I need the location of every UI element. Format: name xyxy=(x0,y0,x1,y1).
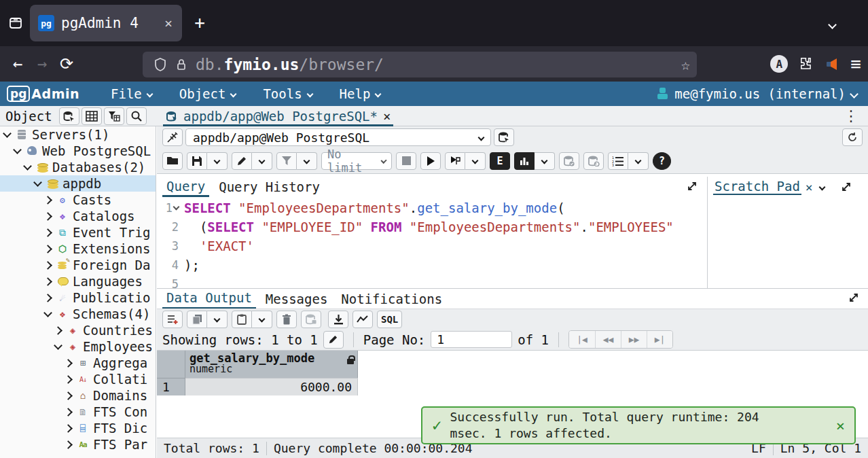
open-file-icon[interactable] xyxy=(162,152,183,170)
expand-chevron-icon[interactable] xyxy=(64,359,73,368)
connection-select[interactable]: appdb/app@Web PostgreSQL xyxy=(185,128,491,146)
sql-line-3[interactable]: 3 'EXACT' xyxy=(157,236,707,256)
url-bar[interactable]: db.fymio.us/browser/ ☆ xyxy=(143,52,697,77)
help-button[interactable]: ? xyxy=(653,152,671,170)
collapse-chevron-icon[interactable] xyxy=(23,162,32,171)
fold-chevron-icon[interactable] xyxy=(173,204,180,211)
view-data-table-icon[interactable] xyxy=(82,107,102,125)
toast-close-icon[interactable]: × xyxy=(836,417,845,434)
scratch-pad-chevron-icon[interactable] xyxy=(818,183,825,190)
connection-plug-icon[interactable] xyxy=(162,128,183,146)
delete-row-trash-icon[interactable] xyxy=(276,311,297,328)
scratch-pad-close-icon[interactable]: × xyxy=(806,180,813,194)
expand-chevron-icon[interactable] xyxy=(64,440,73,449)
bookmark-star-icon[interactable]: ☆ xyxy=(681,56,690,73)
expand-scratch-pad-icon[interactable] xyxy=(841,181,852,192)
more-options-kebab-icon[interactable]: ⋮ xyxy=(844,107,858,124)
tab-query-history[interactable]: Query History xyxy=(215,177,324,197)
megaphone-extension-icon[interactable] xyxy=(825,56,839,71)
edit-pencil-icon[interactable] xyxy=(232,152,252,170)
firefox-view-icon[interactable] xyxy=(5,13,26,33)
scratch-pad-tab[interactable]: Scratch Pad xyxy=(713,179,801,195)
commit-icon[interactable] xyxy=(559,152,579,170)
tree-item-countries[interactable]: Countries xyxy=(0,322,156,338)
execute-options-icon[interactable] xyxy=(445,152,465,170)
reload-button[interactable]: ⟳ xyxy=(54,54,79,73)
expand-chevron-icon[interactable] xyxy=(43,212,52,221)
filter-dropdown-chevron[interactable] xyxy=(297,152,317,170)
expand-query-panel-icon[interactable] xyxy=(687,181,698,192)
tab-messages[interactable]: Messages xyxy=(261,289,332,309)
scratch-pad-textarea[interactable] xyxy=(708,197,868,287)
paste-dropdown-chevron[interactable] xyxy=(252,311,272,328)
paste-icon[interactable] xyxy=(232,311,252,328)
tree-item-collati[interactable]: Collati xyxy=(0,371,156,387)
macros-dropdown-chevron[interactable] xyxy=(628,152,649,170)
expand-chevron-icon[interactable] xyxy=(43,261,52,270)
tab-notifications[interactable]: Notifications xyxy=(337,289,446,309)
tree-item-languages[interactable]: Languages xyxy=(0,273,156,289)
execute-dropdown-chevron[interactable] xyxy=(465,152,486,170)
value-cell[interactable]: 6000.00 xyxy=(185,378,358,395)
tree-item-servers-1-[interactable]: Servers(1) xyxy=(0,126,156,143)
sql-line-1[interactable]: 1SELECT "EmployeesDepartments".get_salar… xyxy=(157,198,707,217)
forward-button[interactable]: → xyxy=(30,54,54,73)
tree-item-fts-par[interactable]: FTS Par xyxy=(0,436,156,453)
tree-item-catalogs[interactable]: Catalogs xyxy=(0,208,156,224)
expand-chevron-icon[interactable] xyxy=(54,326,62,335)
tree-item-extensions[interactable]: Extensions xyxy=(0,241,156,257)
explain-button[interactable]: E xyxy=(490,152,510,170)
grid-column-header[interactable]: get_salary_by_mode numeric xyxy=(185,351,358,378)
menu-tools[interactable]: Tools xyxy=(249,82,325,106)
expand-chevron-icon[interactable] xyxy=(64,408,73,417)
tree-item-event-trig[interactable]: Event Trig xyxy=(0,224,156,241)
tree-item-appdb[interactable]: appdb xyxy=(0,175,156,192)
stop-button[interactable] xyxy=(396,152,416,170)
sql-editor[interactable]: 1SELECT "EmployeesDepartments".get_salar… xyxy=(157,198,707,288)
tree-item-casts[interactable]: Casts xyxy=(0,192,156,208)
row-number-cell[interactable]: 1 xyxy=(157,378,185,395)
save-data-changes-icon[interactable] xyxy=(301,311,321,328)
rollback-icon[interactable] xyxy=(583,152,604,170)
graph-visualiser-icon[interactable] xyxy=(352,311,373,328)
menu-file[interactable]: File xyxy=(97,82,166,106)
tree-item-schemas-4-[interactable]: Schemas(4) xyxy=(0,306,156,322)
tree-item-fts-dic[interactable]: FTS Dic xyxy=(0,420,156,436)
expand-chevron-icon[interactable] xyxy=(64,424,73,433)
expand-chevron-icon[interactable] xyxy=(43,294,52,302)
collapse-chevron-icon[interactable] xyxy=(43,309,52,317)
add-row-icon[interactable] xyxy=(162,311,183,328)
account-icon[interactable]: A xyxy=(770,55,788,73)
tab-query[interactable]: Query xyxy=(162,177,209,197)
search-objects-icon[interactable] xyxy=(126,107,147,125)
last-page-icon[interactable]: ▶| xyxy=(647,331,672,348)
next-page-icon[interactable]: ▶▶ xyxy=(621,331,647,348)
collapse-chevron-icon[interactable] xyxy=(3,129,12,138)
first-page-icon[interactable]: |◀ xyxy=(569,331,595,348)
grid-data-row[interactable]: 16000.00 xyxy=(157,378,868,395)
row-limit-select[interactable]: No limit xyxy=(321,152,392,170)
edit-range-pencil-icon[interactable] xyxy=(323,331,344,349)
expand-chevron-icon[interactable] xyxy=(43,277,52,286)
save-file-icon[interactable] xyxy=(187,152,207,170)
macros-list-icon[interactable]: 123 xyxy=(608,152,628,170)
expand-chevron-icon[interactable] xyxy=(64,391,73,400)
collapse-chevron-icon[interactable] xyxy=(13,145,22,154)
copy-dropdown-chevron[interactable] xyxy=(207,311,228,328)
new-connection-db-icon[interactable] xyxy=(494,128,514,146)
tree-item-domains[interactable]: Domains xyxy=(0,387,156,404)
user-menu[interactable]: me@fymio.us (internal) xyxy=(657,86,868,101)
list-tabs-icon[interactable] xyxy=(829,18,835,31)
expand-output-panel-icon[interactable] xyxy=(848,292,859,303)
execute-play-icon[interactable] xyxy=(420,152,441,170)
reset-layout-icon[interactable] xyxy=(842,128,863,146)
expand-chevron-icon[interactable] xyxy=(43,245,52,253)
show-sql-button[interactable]: SQL xyxy=(377,311,402,328)
edit-dropdown-chevron[interactable] xyxy=(252,152,272,170)
tree-item-aggrega[interactable]: Aggrega xyxy=(0,355,156,371)
query-tool-icon[interactable] xyxy=(59,107,79,125)
expand-chevron-icon[interactable] xyxy=(43,196,52,205)
tree-item-fts-con[interactable]: FTS Con xyxy=(0,404,156,420)
tree-item-publicatio[interactable]: Publicatio xyxy=(0,289,156,306)
lock-icon[interactable] xyxy=(176,58,187,71)
